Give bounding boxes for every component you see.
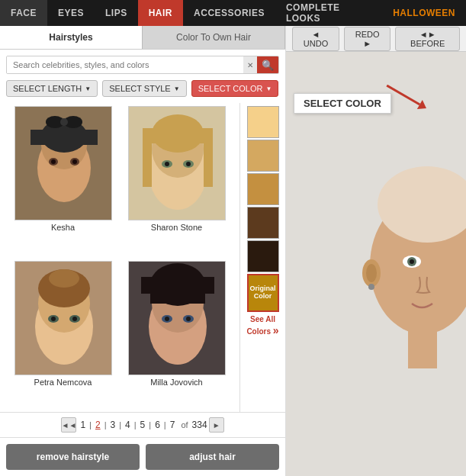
- search-go-button[interactable]: 🔍: [257, 56, 278, 73]
- chevron-down-icon: ▼: [174, 85, 180, 92]
- color-swatch-4[interactable]: [247, 207, 279, 239]
- svg-rect-16: [143, 128, 213, 143]
- celeb-name: Sharon Stone: [151, 223, 202, 232]
- svg-line-42: [387, 85, 419, 105]
- search-bar: ✕ 🔍: [6, 56, 279, 74]
- filter-style-button[interactable]: SELECT STYLE ▼: [102, 80, 186, 97]
- color-swatches-panel: OriginalColor See All Colors »: [239, 103, 285, 412]
- chevron-down-icon: ▼: [265, 85, 272, 92]
- filter-bar: SELECT LENGTH ▼ SELECT STYLE ▼ SELECT CO…: [0, 80, 285, 103]
- pagination-next-button[interactable]: ►: [209, 417, 224, 433]
- svg-rect-37: [150, 292, 205, 304]
- page-number-6[interactable]: 6: [153, 420, 162, 430]
- filter-color-label: SELECT COLOR: [198, 84, 263, 93]
- color-swatch-2[interactable]: [247, 140, 279, 172]
- tab-color-own-hair[interactable]: Color To Own Hair: [143, 26, 285, 49]
- page-number-7[interactable]: 7: [168, 420, 178, 430]
- tab-hairstyles[interactable]: Hairstyles: [0, 26, 143, 49]
- page-number-5[interactable]: 5: [138, 420, 148, 430]
- celeb-name: Kesha: [51, 223, 75, 232]
- original-color-label: OriginalColor: [249, 285, 275, 301]
- search-clear-button[interactable]: ✕: [243, 56, 257, 73]
- color-swatch-3[interactable]: [247, 173, 279, 205]
- search-input[interactable]: [7, 56, 243, 73]
- pagination: ◄◄ 1 | 2 | 3 | 4 | 5 | 6 | 7 of 334 ►: [0, 412, 285, 437]
- chevron-down-icon: ▼: [85, 85, 91, 92]
- svg-point-53: [368, 284, 374, 290]
- nav-face[interactable]: FACE: [0, 0, 47, 26]
- nav-eyes[interactable]: EYES: [47, 0, 95, 26]
- nav-accessories[interactable]: ACCESSORIES: [183, 0, 275, 26]
- svg-point-10: [51, 159, 56, 164]
- right-panel: ◄ UNDO REDO ► ◄► BEFORE SELECT COLOR: [286, 26, 466, 476]
- svg-rect-49: [408, 323, 437, 368]
- page-separator: |: [134, 420, 137, 429]
- svg-rect-4: [31, 130, 98, 145]
- nav-halloween[interactable]: HALLOWEEN: [382, 0, 466, 26]
- tooltip-text: SELECT COLOR: [294, 93, 391, 114]
- remove-hairstyle-button[interactable]: remove hairstyle: [6, 444, 140, 470]
- see-all-colors-link[interactable]: See All Colors »: [243, 315, 282, 337]
- toolbar: ◄ UNDO REDO ► ◄► BEFORE: [286, 26, 466, 52]
- nav-lips[interactable]: LIPS: [95, 0, 138, 26]
- page-separator: |: [164, 420, 166, 429]
- page-number-4[interactable]: 4: [123, 420, 133, 430]
- page-number-3[interactable]: 3: [108, 420, 118, 430]
- svg-point-27: [49, 269, 79, 288]
- celeb-name: Petra Nemcova: [34, 378, 92, 387]
- svg-point-30: [51, 317, 56, 321]
- page-separator: |: [104, 420, 107, 429]
- filter-color-button[interactable]: SELECT COLOR ▼: [191, 80, 279, 97]
- top-navigation: FACE EYES LIPS HAIR ACCESSORIES COMPLETE…: [0, 0, 466, 26]
- color-swatch-5[interactable]: [247, 240, 279, 272]
- svg-point-7: [60, 118, 68, 126]
- adjust-hair-button[interactable]: adjust hair: [146, 444, 279, 470]
- filter-length-button[interactable]: SELECT LENGTH ▼: [6, 80, 98, 97]
- filter-style-label: SELECT STYLE: [109, 84, 171, 93]
- page-separator: |: [89, 420, 92, 429]
- svg-rect-17: [143, 141, 152, 187]
- svg-point-21: [165, 162, 169, 166]
- celebrity-grid: Kesha: [0, 103, 239, 412]
- see-all-colors-text: See All Colors: [246, 315, 275, 336]
- celeb-image-petra[interactable]: [14, 261, 112, 375]
- color-swatch-1[interactable]: [247, 106, 279, 138]
- celeb-name: Milla Jovovich: [150, 378, 202, 387]
- svg-point-40: [165, 317, 169, 321]
- svg-point-41: [186, 317, 191, 321]
- grid-area: Kesha: [0, 103, 285, 412]
- arrow-right-icon: »: [273, 324, 279, 336]
- page-number-1[interactable]: 1: [78, 420, 88, 430]
- page-of-label: of: [178, 420, 190, 429]
- undo-button[interactable]: ◄ UNDO: [292, 27, 339, 51]
- svg-rect-36: [141, 277, 214, 294]
- nav-hair[interactable]: HAIR: [138, 0, 183, 26]
- pagination-first-button[interactable]: ◄◄: [61, 417, 76, 433]
- svg-rect-18: [204, 141, 213, 187]
- before-button[interactable]: ◄► BEFORE: [395, 27, 460, 51]
- select-color-tooltip: SELECT COLOR: [294, 93, 391, 114]
- svg-point-52: [410, 259, 414, 264]
- filter-length-label: SELECT LENGTH: [13, 84, 82, 93]
- page-separator: |: [119, 420, 121, 429]
- bottom-action-buttons: remove hairstyle adjust hair: [0, 437, 285, 476]
- redo-button[interactable]: REDO ►: [344, 27, 390, 51]
- svg-point-22: [186, 162, 191, 166]
- face-preview: [286, 52, 466, 476]
- celeb-image-kesha[interactable]: [14, 106, 112, 220]
- left-panel: Hairstyles Color To Own Hair ✕ 🔍 SELECT …: [0, 26, 286, 476]
- total-pages-label: 334: [192, 420, 207, 430]
- svg-point-31: [72, 317, 77, 321]
- list-item[interactable]: Kesha: [6, 103, 120, 258]
- list-item[interactable]: Sharon Stone: [120, 103, 233, 258]
- celeb-image-sharon[interactable]: [128, 106, 226, 220]
- list-item[interactable]: Petra Nemcova: [6, 258, 120, 413]
- list-item[interactable]: Milla Jovovich: [120, 258, 233, 413]
- page-number-2[interactable]: 2: [93, 420, 103, 430]
- celeb-image-milla[interactable]: [128, 261, 226, 375]
- svg-point-11: [72, 159, 77, 164]
- svg-point-47: [366, 264, 377, 282]
- nav-complete-looks[interactable]: COMPLETE LOOKS: [275, 0, 382, 26]
- sub-tabs: Hairstyles Color To Own Hair: [0, 26, 285, 50]
- original-color-swatch[interactable]: OriginalColor: [247, 274, 279, 312]
